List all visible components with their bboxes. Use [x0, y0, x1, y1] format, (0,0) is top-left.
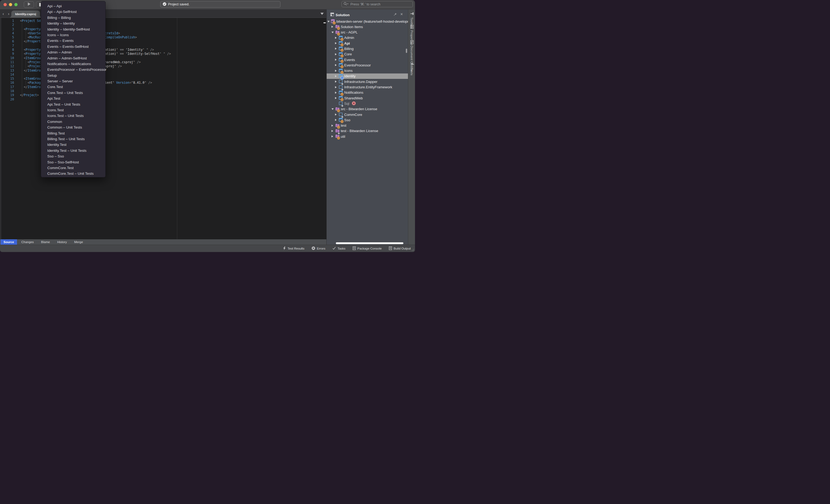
window-zoom-button[interactable] — [14, 3, 18, 6]
tree-row[interactable]: Sso — [327, 117, 408, 123]
chevron-right-icon[interactable] — [335, 92, 337, 94]
run-config-menu-item[interactable]: Api.Test – Unit Tests — [41, 102, 105, 107]
chevron-right-icon[interactable] — [335, 64, 337, 66]
scrollbar-position-marker[interactable] — [323, 23, 326, 23]
git-tab-merge[interactable]: Merge — [71, 239, 86, 245]
badge-dots — [337, 136, 340, 140]
chevron-right-icon[interactable] — [335, 37, 337, 39]
tree-row[interactable]: Solution Items — [327, 24, 408, 29]
run-config-menu-item[interactable]: Events – Events-SelfHost — [41, 44, 105, 49]
chevron-down-icon[interactable] — [331, 108, 334, 110]
chevron-right-icon[interactable] — [335, 97, 337, 99]
run-config-menu-item[interactable]: CommCore.Test — [41, 165, 105, 171]
chevron-right-icon[interactable] — [335, 53, 337, 55]
tab-overflow-icon[interactable] — [320, 13, 324, 15]
run-config-menu-item[interactable]: Events – Events — [41, 38, 105, 43]
tree-row[interactable]: src - Bitwarden License — [327, 106, 408, 112]
run-config-menu-item[interactable]: CommCore.Test – Unit Tests — [41, 171, 105, 176]
status-item-errors[interactable]: Errors — [312, 246, 325, 250]
tree-row[interactable]: Billing — [327, 46, 408, 51]
tree-row[interactable]: Infrastructure.EntityFramework — [327, 85, 408, 90]
run-config-menu-item[interactable]: Api – Api — [41, 3, 105, 9]
chevron-right-icon[interactable] — [331, 130, 333, 132]
tree-row[interactable]: Sql — [327, 101, 408, 106]
run-config-menu-item[interactable]: Admin – Admin — [41, 49, 105, 55]
git-tab-source[interactable]: Source — [1, 239, 17, 245]
run-config-menu-item[interactable]: Server – Server — [41, 78, 105, 84]
chevron-right-icon[interactable] — [331, 135, 333, 137]
chevron-right-icon[interactable] — [335, 75, 337, 77]
horizontal-scrollbar-thumb[interactable] — [336, 242, 404, 244]
tree-row[interactable]: test — [327, 123, 408, 128]
status-item-test-results[interactable]: Test Results — [283, 246, 305, 250]
tree-row[interactable]: Icons — [327, 68, 408, 73]
git-tab-changes[interactable]: Changes — [19, 239, 37, 245]
solution-tree: bitwarden-server (feature/self-hosted-de… — [327, 19, 408, 139]
tree-row[interactable]: Notifications — [327, 90, 408, 95]
search-input[interactable]: Press '⌘.' to search — [342, 1, 413, 7]
chevron-right-icon[interactable] — [335, 70, 337, 72]
run-config-menu-item[interactable]: Billing – Billing — [41, 15, 105, 21]
tree-row[interactable]: CommCore — [327, 112, 408, 117]
run-config-menu-item[interactable]: Identity – Identity-SelfHost — [41, 27, 105, 32]
run-config-menu-item[interactable]: Common – Unit Tests — [41, 125, 105, 130]
tab-identity-csproj[interactable]: Identity.csproj — [11, 10, 40, 18]
chevron-down-icon[interactable] — [327, 21, 330, 23]
run-config-menu-item[interactable]: Sso – Sso — [41, 154, 105, 159]
tree-row[interactable]: bitwarden-server (feature/self-hosted-de… — [327, 19, 408, 24]
run-config-menu-item[interactable]: Billing.Test — [41, 130, 105, 136]
status-item-build-output[interactable]: Build Output — [389, 246, 411, 250]
run-button[interactable] — [24, 1, 34, 8]
chevron-right-icon[interactable] — [335, 42, 337, 44]
vertical-scrollbar-thumb[interactable] — [406, 48, 407, 53]
run-config-menu-item[interactable]: Core.Test – Unit Tests — [41, 90, 105, 96]
chevron-right-icon[interactable] — [335, 59, 337, 61]
status-item-package-console[interactable]: Package Console — [353, 246, 382, 250]
git-tab-history[interactable]: History — [54, 239, 70, 245]
chevron-right-icon[interactable] — [331, 26, 333, 28]
run-config-menu-item[interactable]: Setup — [41, 73, 105, 78]
tree-row[interactable]: Events — [327, 57, 408, 62]
run-config-menu-item[interactable]: Core.Test — [41, 84, 105, 90]
run-config-menu-item[interactable]: Identity.Test – Unit Tests — [41, 148, 105, 154]
window-minimize-button[interactable] — [9, 3, 12, 6]
chevron-right-icon[interactable] — [335, 119, 337, 121]
tree-row[interactable]: Core — [327, 52, 408, 57]
run-config-menu-item[interactable]: Identity.Test — [41, 142, 105, 147]
tree-row[interactable]: Api — [327, 40, 408, 46]
tree-row[interactable]: test - Bitwarden License — [327, 128, 408, 134]
close-panel-icon[interactable]: ✕ — [400, 12, 403, 16]
git-tab-blame[interactable]: Blame — [38, 239, 53, 245]
tree-row[interactable]: Infrastructure.Dapper — [327, 79, 408, 84]
window-close-button[interactable] — [3, 3, 7, 6]
run-config-menu-item[interactable]: Api – Api-SelfHost — [41, 9, 105, 14]
chevron-right-icon[interactable] — [335, 47, 337, 50]
run-config-menu-item[interactable]: EventsProcessor – EventsProcessor — [41, 67, 105, 72]
chevron-right-icon[interactable] — [335, 113, 337, 115]
tree-row[interactable]: Admin — [327, 35, 408, 40]
run-config-menu-item[interactable]: Common — [41, 119, 105, 125]
chevron-right-icon[interactable] — [331, 125, 333, 127]
tree-row[interactable]: SharedWeb — [327, 95, 408, 101]
run-config-menu-item[interactable]: Icons.Test — [41, 107, 105, 113]
tree-row[interactable]: EventsProcessor — [327, 62, 408, 68]
pin-icon[interactable] — [393, 12, 397, 17]
run-config-menu-item[interactable]: Identity – Identity — [41, 21, 105, 26]
tree-row[interactable]: util — [327, 134, 408, 139]
navigate-back-button[interactable]: ‹ — [1, 11, 5, 16]
tree-row[interactable]: src - AGPL — [327, 30, 408, 35]
run-config-menu-item[interactable]: Icons.Test – Unit Tests — [41, 113, 105, 119]
run-config-menu-item[interactable]: Admin – Admin-SelfHost — [41, 55, 105, 61]
chevron-right-icon[interactable] — [335, 86, 337, 88]
run-config-menu-item[interactable]: Notifications – Notifications — [41, 61, 105, 67]
status-item-tasks[interactable]: Tasks — [332, 246, 345, 250]
run-config-menu-item[interactable]: Icons – Icons — [41, 32, 105, 38]
tree-row[interactable]: Identity — [327, 73, 408, 79]
chevron-right-icon[interactable] — [335, 80, 337, 82]
run-config-menu-item[interactable]: Sso – Sso-SelfHost — [41, 159, 105, 165]
side-tab-tests[interactable]: Tests — [408, 62, 415, 75]
chevron-down-icon[interactable] — [331, 32, 334, 33]
resize-grip-icon[interactable] — [412, 248, 414, 251]
run-config-menu-item[interactable]: Api.Test — [41, 96, 105, 101]
run-config-menu-item[interactable]: Billing.Test – Unit Tests — [41, 136, 105, 142]
